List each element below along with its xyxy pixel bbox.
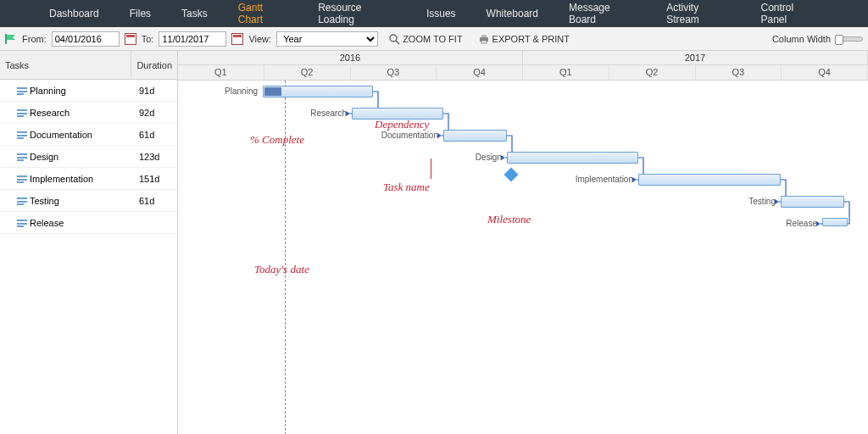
svg-rect-21	[17, 198, 27, 199]
svg-rect-26	[17, 225, 24, 227]
svg-rect-18	[17, 175, 27, 177]
svg-rect-10	[17, 113, 27, 114]
duration-column-header[interactable]: Duration	[131, 51, 177, 79]
task-icon	[17, 219, 27, 227]
nav-item-activity-stream[interactable]: Activity Stream	[651, 0, 745, 27]
task-icon	[17, 131, 27, 139]
zoom-to-fit-button[interactable]: ZOOM TO FIT	[383, 31, 467, 47]
year-header: 2016	[178, 51, 523, 64]
nav-item-tasks[interactable]: Tasks	[166, 0, 223, 27]
to-label: To:	[142, 34, 154, 44]
task-name-cell: Research	[30, 108, 70, 118]
nav-item-whiteboard[interactable]: Whiteboard	[471, 0, 554, 27]
to-date-input[interactable]	[159, 31, 226, 47]
column-width-label: Column Width	[772, 34, 831, 44]
svg-point-1	[390, 35, 397, 42]
quarter-header: Q1	[523, 65, 609, 80]
main-split: Tasks Duration Planning91dResearch92dDoc…	[0, 51, 868, 434]
calendar-icon[interactable]	[231, 33, 243, 45]
task-row[interactable]: Documentation61d	[0, 124, 177, 146]
gantt-chart-body[interactable]: PlanningResearchDocumentationDesignImple…	[178, 81, 868, 434]
svg-rect-7	[17, 91, 27, 92]
column-width-slider[interactable]	[836, 36, 863, 42]
task-name-cell: Release	[30, 218, 64, 228]
tasks-column-header[interactable]: Tasks	[0, 51, 131, 79]
svg-rect-24	[17, 220, 27, 221]
magnifier-icon	[388, 33, 400, 45]
toolbar: From: To: View: Year ZOOM TO FIT EXPORT …	[0, 27, 868, 51]
gantt-bar[interactable]	[822, 218, 848, 226]
task-icon	[17, 86, 27, 95]
svg-rect-9	[17, 109, 27, 111]
nav-item-files[interactable]: Files	[114, 0, 166, 27]
dependency-arrow	[178, 81, 868, 434]
svg-rect-6	[17, 87, 27, 89]
svg-rect-25	[17, 223, 27, 225]
quarter-header: Q3	[696, 65, 782, 80]
task-row[interactable]: Research92d	[0, 102, 177, 124]
zoom-label: ZOOM TO FIT	[403, 34, 462, 44]
svg-rect-11	[17, 115, 24, 117]
gantt-panel: 20162017 Q1Q2Q3Q4Q1Q2Q3Q4 PlanningResear…	[178, 51, 868, 434]
flag-icon	[5, 34, 17, 44]
svg-rect-15	[17, 153, 27, 155]
view-label: View:	[248, 34, 271, 44]
svg-rect-23	[17, 203, 24, 205]
task-name-cell: Implementation	[30, 174, 93, 184]
svg-line-2	[396, 41, 399, 44]
task-icon	[17, 175, 27, 183]
task-duration-cell: 151d	[136, 174, 177, 184]
export-label: EXPORT & PRINT	[492, 34, 570, 44]
svg-rect-22	[17, 201, 27, 203]
task-row[interactable]: Planning91d	[0, 80, 177, 102]
task-row[interactable]: Release	[0, 212, 177, 234]
task-list-panel: Tasks Duration Planning91dResearch92dDoc…	[0, 51, 178, 434]
nav-item-resource-loading[interactable]: Resource Loading	[303, 0, 411, 27]
task-duration-cell: 61d	[136, 196, 177, 206]
task-name-cell: Documentation	[30, 130, 92, 140]
task-icon	[17, 153, 27, 161]
task-row[interactable]: Testing61d	[0, 190, 177, 212]
svg-rect-19	[17, 179, 27, 181]
svg-rect-16	[17, 157, 27, 159]
nav-item-gantt-chart[interactable]: Gantt Chart	[223, 0, 303, 27]
view-select[interactable]: Year	[276, 31, 378, 47]
svg-rect-8	[17, 93, 24, 95]
quarter-header: Q4	[437, 65, 523, 80]
task-row[interactable]: Design123d	[0, 146, 177, 168]
svg-rect-0	[5, 34, 7, 44]
nav-item-issues[interactable]: Issues	[411, 0, 471, 27]
svg-rect-20	[17, 181, 24, 183]
task-name-cell: Testing	[30, 196, 59, 206]
top-nav: DashboardFilesTasksGantt ChartResource L…	[0, 0, 868, 27]
svg-rect-12	[17, 131, 27, 133]
svg-rect-13	[17, 135, 27, 136]
nav-item-message-board[interactable]: Message Board	[554, 0, 651, 27]
svg-rect-5	[481, 41, 487, 43]
gantt-bar-label: Release	[786, 219, 817, 228]
printer-icon	[478, 33, 490, 45]
nav-item-dashboard[interactable]: Dashboard	[34, 0, 114, 27]
task-name-cell: Planning	[30, 86, 66, 96]
task-list-header: Tasks Duration	[0, 51, 177, 80]
svg-rect-17	[17, 159, 24, 161]
quarter-header: Q3	[351, 65, 437, 80]
svg-rect-4	[481, 35, 487, 37]
quarter-header: Q1	[178, 65, 264, 80]
task-duration-cell: 92d	[136, 108, 177, 118]
from-label: From:	[22, 34, 47, 44]
task-row[interactable]: Implementation151d	[0, 168, 177, 190]
task-duration-cell: 61d	[136, 130, 177, 140]
from-date-input[interactable]	[52, 31, 120, 47]
year-header: 2017	[523, 51, 868, 64]
nav-item-control-panel[interactable]: Control Panel	[746, 0, 834, 27]
quarter-header: Q2	[264, 65, 351, 80]
timeline-header: 20162017 Q1Q2Q3Q4Q1Q2Q3Q4	[178, 51, 868, 81]
task-duration-cell: 91d	[136, 86, 177, 96]
quarter-header: Q4	[782, 65, 868, 80]
export-print-button[interactable]: EXPORT & PRINT	[473, 31, 575, 47]
task-name-cell: Design	[30, 152, 58, 162]
task-icon	[17, 108, 27, 117]
svg-rect-14	[17, 137, 24, 139]
calendar-icon[interactable]	[125, 33, 136, 45]
